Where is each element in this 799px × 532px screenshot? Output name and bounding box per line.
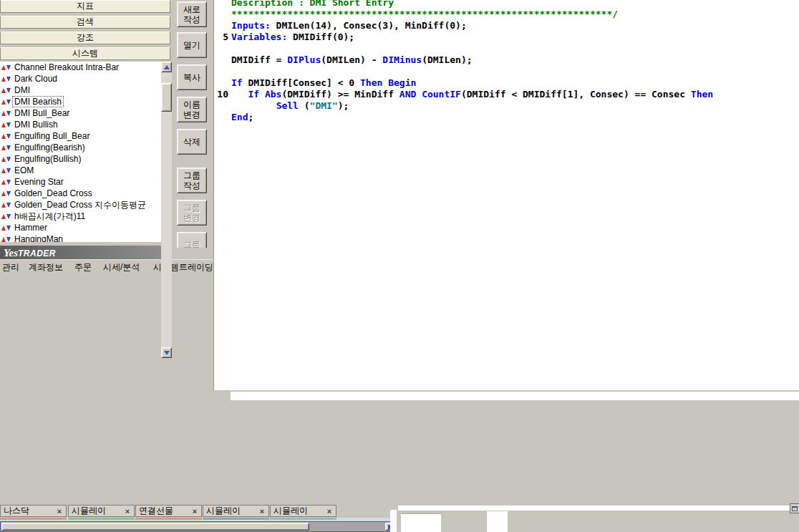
list-item[interactable]: DMI Bull_Bear bbox=[0, 107, 161, 119]
scrollbar-up-button[interactable] bbox=[161, 62, 172, 72]
action-button-6[interactable]: 그룹작성 bbox=[177, 168, 207, 193]
tab-close-icon[interactable]: × bbox=[124, 507, 131, 516]
up-arrow-icon bbox=[1, 122, 6, 127]
down-arrow-icon bbox=[6, 111, 11, 116]
tab-close-icon[interactable]: × bbox=[326, 507, 333, 516]
system-list[interactable]: Channel Breakout Intra-BarDark CloudDMID… bbox=[0, 62, 161, 242]
up-arrow-icon bbox=[1, 134, 6, 139]
list-item-label: Engulfing(Bearish) bbox=[13, 142, 87, 153]
up-down-arrows-icon bbox=[1, 134, 11, 139]
menu-item-2[interactable]: 계좌정보 bbox=[29, 261, 63, 274]
list-item[interactable]: EOM bbox=[0, 165, 161, 176]
minimized-window-icon[interactable] bbox=[790, 503, 799, 513]
down-arrow-icon bbox=[6, 226, 11, 231]
up-down-arrows-icon bbox=[1, 157, 11, 162]
code-editor[interactable]: 510 Description : DMI Short Entry*******… bbox=[213, 0, 799, 390]
window-fragment-strip bbox=[398, 506, 799, 511]
category-button-3[interactable]: 강조 bbox=[0, 32, 170, 44]
code-line bbox=[231, 66, 799, 77]
list-item[interactable]: Dark Cloud bbox=[0, 73, 161, 84]
list-item[interactable]: h배꼽시계(가격)11 bbox=[0, 211, 161, 222]
tab-label: 나스닥 bbox=[4, 505, 29, 517]
list-item[interactable]: Golden_Dead Cross 지수이동평균 bbox=[0, 199, 161, 211]
up-arrow-icon bbox=[1, 214, 6, 219]
menu-item-1[interactable]: 관리 bbox=[2, 261, 19, 274]
list-item[interactable]: Channel Breakout Intra-Bar bbox=[0, 62, 161, 73]
tab-close-icon[interactable]: × bbox=[56, 507, 63, 516]
category-button-1[interactable]: 지표 bbox=[0, 0, 170, 13]
up-down-arrows-icon bbox=[1, 65, 11, 70]
up-arrow-icon bbox=[1, 100, 6, 105]
action-button-1[interactable]: 새로작성 bbox=[177, 1, 207, 27]
window-fragment-box bbox=[487, 511, 508, 532]
tab-bar: 나스닥×시뮬레이×연결선물×시뮬레이×시뮬레이× bbox=[0, 505, 398, 518]
editor-bottom-strip bbox=[231, 392, 799, 400]
up-down-arrows-icon bbox=[1, 111, 11, 116]
window-grid-icon bbox=[792, 506, 798, 511]
list-scrollbar[interactable] bbox=[161, 62, 172, 358]
list-item[interactable]: Engulfing(Bullish) bbox=[0, 153, 161, 165]
category-button-2[interactable]: 검색 bbox=[0, 16, 170, 29]
down-arrow-icon bbox=[6, 237, 11, 242]
logo-band: YesTRADER bbox=[0, 246, 170, 259]
list-item[interactable]: HangingMan bbox=[0, 233, 161, 242]
tab-5[interactable]: 시뮬레이× bbox=[270, 505, 336, 517]
list-item[interactable]: Hammer bbox=[0, 222, 161, 233]
list-item[interactable]: DMI bbox=[0, 84, 161, 96]
down-arrow-icon bbox=[6, 214, 11, 219]
tab-4[interactable]: 시뮬레이× bbox=[203, 505, 269, 517]
up-down-arrows-icon bbox=[1, 237, 11, 242]
list-item-label: Golden_Dead Cross 지수이동평균 bbox=[13, 200, 147, 210]
menu-item-3[interactable]: 주문 bbox=[74, 261, 92, 274]
menu-item-4[interactable]: 시세/분석 bbox=[103, 261, 140, 274]
down-arrow-icon bbox=[6, 180, 11, 185]
tab-2[interactable]: 시뮬레이× bbox=[68, 505, 135, 517]
up-arrow-icon bbox=[1, 77, 6, 82]
tab-close-icon[interactable]: × bbox=[258, 507, 266, 516]
horizontal-scrollbar[interactable] bbox=[0, 521, 397, 532]
category-button-4[interactable]: 시스템 bbox=[0, 47, 170, 60]
list-item[interactable]: DMI Bullish bbox=[0, 119, 161, 130]
tab-label: 연결선물 bbox=[139, 505, 173, 517]
down-arrow-icon bbox=[6, 122, 11, 127]
up-arrow-icon bbox=[1, 111, 6, 116]
action-button-5[interactable]: 삭제 bbox=[177, 129, 207, 155]
hscrollbar-thumb[interactable] bbox=[1, 523, 309, 531]
action-button-3[interactable]: 복사 bbox=[177, 64, 207, 90]
list-item-label: DMI Bull_Bear bbox=[13, 108, 71, 118]
app-logo-yes: Yes bbox=[4, 247, 18, 258]
code-area: Description : DMI Short Entry***********… bbox=[214, 0, 799, 390]
up-arrow-icon bbox=[1, 88, 6, 93]
code-line: Inputs: DMILen(14), Consec(3), MinDiff(0… bbox=[231, 20, 799, 32]
list-item[interactable]: DMI Bearish bbox=[0, 96, 161, 107]
scrollbar-thumb[interactable] bbox=[161, 83, 172, 112]
tab-1[interactable]: 나스닥× bbox=[0, 505, 67, 517]
code-line: Sell ("DMI"); bbox=[231, 100, 799, 112]
down-arrow-icon bbox=[6, 168, 11, 173]
tab-close-icon[interactable]: × bbox=[191, 507, 198, 516]
list-item[interactable]: Engulfing(Bearish) bbox=[0, 142, 161, 153]
window-fragment-column bbox=[390, 510, 397, 532]
up-down-arrows-icon bbox=[1, 214, 11, 219]
up-arrow-icon bbox=[1, 191, 6, 196]
list-item-label: Channel Breakout Intra-Bar bbox=[13, 62, 120, 72]
list-item[interactable]: Engulfing Bull_Bear bbox=[0, 130, 161, 142]
action-button-4[interactable]: 이름변경 bbox=[177, 97, 207, 122]
list-item-label: Hammer bbox=[13, 223, 49, 233]
list-item-label: Engulfing(Bullish) bbox=[13, 154, 82, 164]
tab-label: 시뮬레이 bbox=[72, 505, 106, 517]
action-button-2[interactable]: 열기 bbox=[177, 32, 207, 58]
tab-3[interactable]: 연결선물× bbox=[135, 505, 202, 517]
app-logo-trader: TRADER bbox=[18, 248, 56, 258]
down-arrow-icon bbox=[6, 203, 11, 208]
code-line: Description : DMI Short Entry bbox=[231, 0, 799, 9]
tab-label: 시뮬레이 bbox=[273, 505, 308, 517]
list-item[interactable]: Evening Star bbox=[0, 176, 161, 188]
code-line: If Abs(DMIDiff) >= MinDiff AND CountIF(D… bbox=[231, 89, 799, 100]
list-item[interactable]: Golden_Dead Cross bbox=[0, 188, 161, 199]
down-arrow-icon bbox=[6, 157, 11, 162]
scrollbar-down-button[interactable] bbox=[161, 347, 172, 358]
code-line: End; bbox=[231, 112, 799, 123]
down-arrow-icon bbox=[6, 134, 11, 139]
up-down-arrows-icon bbox=[1, 88, 11, 93]
